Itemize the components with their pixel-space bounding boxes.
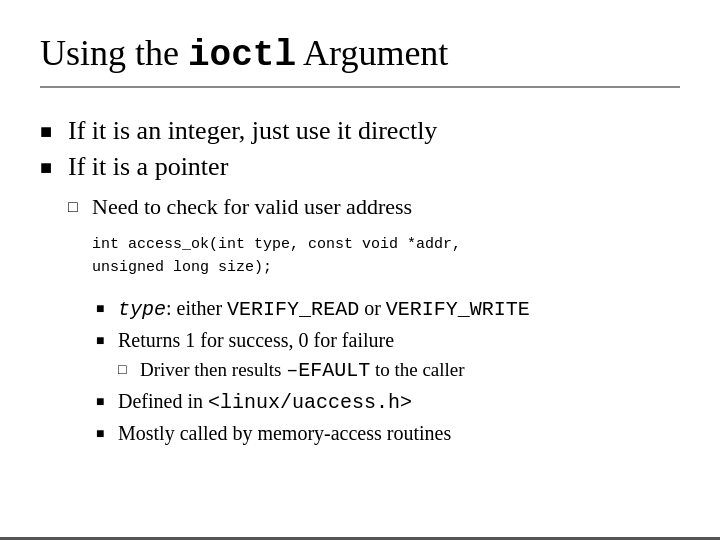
slide: Using the ioctl Argument ■ If it is an i… [0, 0, 720, 540]
code-line-2: unsigned long size); [92, 259, 272, 276]
colon-text: : either [166, 297, 227, 319]
defined-in-text: Defined in [118, 390, 208, 412]
bullet-marker: ■ [40, 156, 68, 179]
list-item: □ Need to check for valid user address [68, 194, 680, 220]
code-block: int access_ok(int type, const void *addr… [92, 234, 680, 279]
bullet-marker: □ [68, 198, 92, 216]
driver-text-pre: Driver then results [140, 359, 286, 380]
slide-title: Using the ioctl Argument [40, 32, 680, 88]
bullet-text: If it is a pointer [68, 152, 228, 182]
bullet-text: Returns 1 for success, 0 for failure [118, 329, 394, 352]
type-keyword: type [118, 298, 166, 321]
list-item: □ Driver then results –EFAULT to the cal… [118, 359, 680, 382]
list-item: ■ If it is an integer, just use it direc… [40, 116, 680, 146]
list-item: ■ Returns 1 for success, 0 for failure [96, 329, 680, 352]
title-code: ioctl [188, 35, 296, 76]
bullet-text: If it is an integer, just use it directl… [68, 116, 437, 146]
list-item: ■ Mostly called by memory-access routine… [96, 422, 680, 445]
verify-read-code: VERIFY_READ [227, 298, 359, 321]
header-code: <linux/uaccess.h> [208, 391, 412, 414]
list-item: ■ If it is a pointer [40, 152, 680, 182]
efault-code: –EFAULT [286, 359, 370, 382]
bullet-marker: ■ [96, 426, 118, 442]
bullet-text: Driver then results –EFAULT to the calle… [140, 359, 465, 382]
or-text: or [359, 297, 386, 319]
title-suffix: Argument [296, 33, 448, 73]
bullet-text: Mostly called by memory-access routines [118, 422, 451, 445]
bullet-text: Need to check for valid user address [92, 194, 412, 220]
bullet-marker: ■ [96, 301, 118, 317]
bullet-marker: ■ [40, 120, 68, 143]
title-prefix: Using the [40, 33, 188, 73]
list-item: ■ Defined in <linux/uaccess.h> [96, 390, 680, 414]
list-item: ■ type: either VERIFY_READ or VERIFY_WRI… [96, 297, 680, 321]
bullet-marker: ■ [96, 333, 118, 349]
bullet-text: Defined in <linux/uaccess.h> [118, 390, 412, 414]
bullet-marker: □ [118, 362, 140, 378]
code-line-1: int access_ok(int type, const void *addr… [92, 236, 461, 253]
content-area: ■ If it is an integer, just use it direc… [40, 116, 680, 445]
bullet-text: type: either VERIFY_READ or VERIFY_WRITE [118, 297, 530, 321]
bullet-marker: ■ [96, 394, 118, 410]
driver-text-post: to the caller [370, 359, 464, 380]
verify-write-code: VERIFY_WRITE [386, 298, 530, 321]
